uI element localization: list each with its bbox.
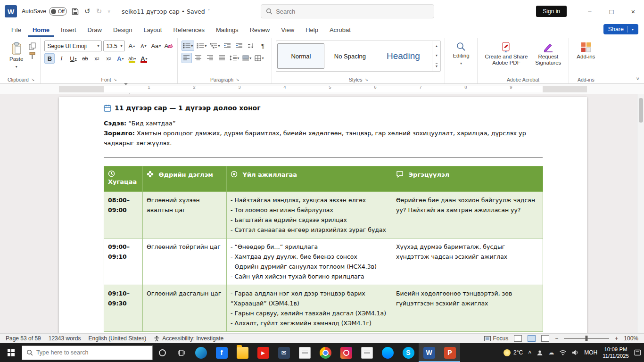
col-header-time[interactable]: Хугацаа xyxy=(104,166,143,192)
tab-mailings[interactable]: Mailings xyxy=(211,24,243,37)
minimize-button[interactable]: − xyxy=(579,0,601,23)
text-effects-button[interactable]: A▾ xyxy=(115,53,125,64)
clock[interactable]: 10:09 PM 11/11/2025 xyxy=(603,346,629,359)
request-signatures-button[interactable]: RequestSignatures xyxy=(531,40,565,75)
page-indicator[interactable]: Page 53 of 59 xyxy=(6,335,41,342)
keyboard-language[interactable]: МОН xyxy=(584,349,597,356)
taskbar-app-explorer[interactable] xyxy=(232,343,253,362)
numbering-button[interactable]: ▾ xyxy=(196,41,207,51)
start-button[interactable] xyxy=(0,343,22,362)
increase-indent-button[interactable] xyxy=(234,41,244,51)
tab-acrobat[interactable]: Acrobat xyxy=(325,24,355,37)
indent-marker[interactable] xyxy=(124,85,128,93)
decrease-indent-button[interactable] xyxy=(222,41,232,51)
font-color-button[interactable]: A▾ xyxy=(139,53,149,64)
doc-heading[interactable]: 11 дүгээр сар — 1 дүгээр долоо хоног xyxy=(104,104,543,112)
paste-button[interactable]: Paste ▾ xyxy=(6,40,27,75)
scrollbar-thumb[interactable] xyxy=(639,98,643,123)
vertical-scrollbar[interactable] xyxy=(637,94,644,333)
font-name-combo[interactable]: Segoe UI Emoji ▾ xyxy=(44,41,102,51)
editing-button[interactable]: Editing ▾ xyxy=(449,40,473,69)
style-no-spacing[interactable]: No Spacing xyxy=(326,43,373,69)
clear-formatting-button[interactable]: A xyxy=(163,41,173,51)
maximize-button[interactable]: □ xyxy=(601,0,622,23)
taskbar-app-instagram[interactable] xyxy=(336,343,356,362)
focus-mode-button[interactable]: Focus xyxy=(484,335,509,342)
change-case-button[interactable]: Aa▾ xyxy=(150,41,162,51)
tab-layout[interactable]: Layout xyxy=(139,24,166,37)
hidden-icons-caret[interactable]: ˄ xyxy=(528,349,531,356)
collapse-ribbon-icon[interactable]: ˅ xyxy=(636,76,639,82)
superscript-button[interactable]: x2 xyxy=(103,53,114,64)
cell-activities[interactable]: - Найзтайгаа мэндлэх, хувцсаа эвхэн өлгө… xyxy=(227,192,392,239)
action-center-button[interactable] xyxy=(634,349,641,356)
tab-file[interactable]: File xyxy=(7,24,26,37)
taskbar-app-facebook[interactable]: f xyxy=(211,343,232,362)
tab-references[interactable]: References xyxy=(168,24,209,37)
cell-time[interactable]: 09:10–09:30 xyxy=(104,285,143,332)
show-formatting-button[interactable]: ¶ xyxy=(257,41,268,51)
taskbar-app-notepad[interactable] xyxy=(294,343,315,362)
cell-regime[interactable]: Өглөөний хүлээн авалтын цаг xyxy=(143,192,227,239)
ruler[interactable]: ⌐ 1 2 3 4 5 6 7 8 9 xyxy=(0,84,644,94)
taskbar-search[interactable] xyxy=(22,346,153,360)
schedule-table[interactable]: Хугацаа Өдрийн дэглэм Үйл ажиллагаа xyxy=(104,166,543,332)
onedrive-cloud-icon[interactable]: ☁ xyxy=(548,349,554,356)
col-header-regime[interactable]: Өдрийн дэглэм xyxy=(143,166,227,192)
zoom-out-button[interactable]: − xyxy=(555,335,558,342)
autosave-toggle[interactable]: Off xyxy=(49,7,67,16)
col-header-activity[interactable]: Үйл ажиллагаа xyxy=(227,166,392,192)
styles-scroll-up-icon[interactable]: ▴ xyxy=(436,44,438,48)
style-heading[interactable]: Heading xyxy=(375,43,431,69)
italic-button[interactable]: I xyxy=(56,53,66,64)
addins-button[interactable]: Add-ins xyxy=(573,40,599,62)
align-center-button[interactable] xyxy=(193,53,204,63)
styles-dialog-launcher-icon[interactable]: ↘ xyxy=(364,77,368,82)
strikethrough-button[interactable]: ab xyxy=(80,53,90,64)
tab-review[interactable]: Review xyxy=(245,24,275,37)
tab-help[interactable]: Help xyxy=(301,24,323,37)
sign-in-button[interactable]: Sign in xyxy=(536,6,567,17)
grow-font-button[interactable]: A▴ xyxy=(126,41,137,51)
cell-activities[interactable]: - “Өнөөдөр би…” ярилцлага - Хамтдаа дуу … xyxy=(227,239,392,285)
cell-regime[interactable]: Өглөөний дасгалын цаг xyxy=(143,285,227,332)
cell-reflection[interactable]: Хүүхэд дүрмээ баримталж, бусдыг хүндэтгэ… xyxy=(392,239,543,285)
tab-design[interactable]: Design xyxy=(108,24,137,37)
taskbar-app-skype[interactable]: S xyxy=(398,343,419,362)
font-dialog-launcher-icon[interactable]: ↘ xyxy=(114,77,117,82)
save-icon[interactable] xyxy=(72,8,79,15)
styles-gallery-more-icon[interactable]: ▾ xyxy=(436,63,438,68)
subject-line[interactable]: Сэдэв: “Бид хамтдаа” xyxy=(104,118,543,128)
shading-button[interactable]: ▾ xyxy=(241,53,252,63)
network-icon[interactable] xyxy=(559,350,567,355)
copy-icon[interactable] xyxy=(29,42,36,50)
web-layout-button[interactable] xyxy=(541,335,549,342)
taskbar-app-word[interactable]: W xyxy=(419,343,439,362)
taskbar-app-chrome[interactable] xyxy=(315,343,336,362)
cell-reflection[interactable]: Биеийн хөдөлгөөнөө тэнцвэртэй, зөв гүйцэ… xyxy=(392,285,543,332)
weather-widget[interactable]: 2°C xyxy=(504,349,523,356)
align-right-button[interactable] xyxy=(205,53,215,63)
clipboard-dialog-launcher-icon[interactable]: ↘ xyxy=(31,77,35,82)
tab-draw[interactable]: Draw xyxy=(83,24,107,37)
highlight-button[interactable]: ab▾ xyxy=(127,53,137,64)
undo-icon[interactable]: ↺ xyxy=(84,7,91,16)
tab-home[interactable]: Home xyxy=(28,24,54,37)
search-box[interactable] xyxy=(261,4,434,18)
word-count[interactable]: 12343 words xyxy=(49,335,81,342)
people-tray-icon[interactable] xyxy=(537,350,543,356)
task-view-button[interactable] xyxy=(172,343,190,362)
volume-icon[interactable] xyxy=(572,350,579,355)
zoom-level[interactable]: 100% xyxy=(624,335,638,342)
document-title[interactable]: seiko11 дүгээр сар • Saved ˅ xyxy=(122,8,210,15)
taskbar-app-document[interactable] xyxy=(356,343,377,362)
zoom-in-button[interactable]: + xyxy=(615,335,618,342)
language-indicator[interactable]: English (United States) xyxy=(88,335,146,342)
align-left-button[interactable] xyxy=(182,53,192,63)
document-page[interactable]: 11 дүгээр сар — 1 дүгээр долоо хоног Сэд… xyxy=(59,97,587,333)
accessibility-status[interactable]: Accessibility: Investigate xyxy=(154,335,223,342)
taskbar-app-messenger[interactable] xyxy=(377,343,398,362)
cell-regime[interactable]: Өглөөний тойргийн цаг xyxy=(143,239,227,285)
line-spacing-button[interactable]: ▾ xyxy=(229,53,240,63)
qat-customize-icon[interactable]: ˅ xyxy=(107,9,110,14)
